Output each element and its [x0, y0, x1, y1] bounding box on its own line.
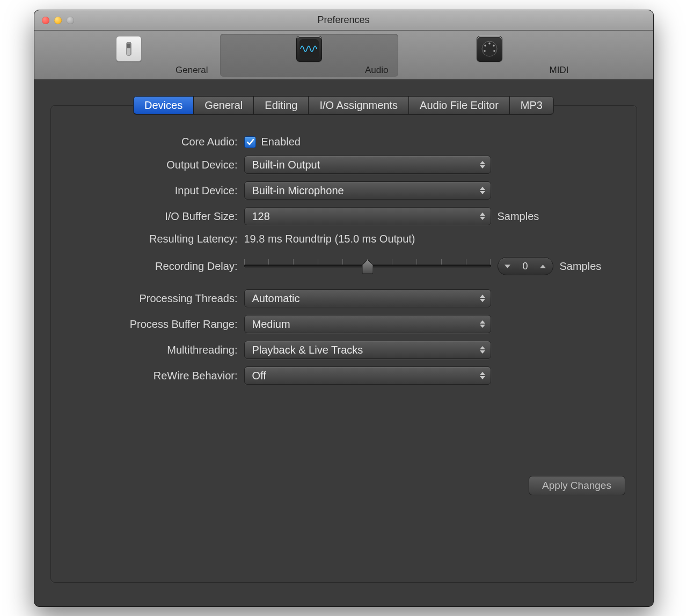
resulting-latency-value: 19.8 ms Roundtrip (15.0 ms Output) — [244, 233, 415, 245]
tab-mp3[interactable]: MP3 — [509, 96, 554, 114]
multithreading-value: Playback & Live Tracks — [252, 344, 363, 356]
tab-editing[interactable]: Editing — [253, 96, 308, 114]
tab-devices[interactable]: Devices — [133, 96, 193, 114]
toolbar-item-general[interactable]: General — [40, 34, 218, 77]
core-audio-label: Core Audio: — [72, 136, 244, 148]
svg-point-4 — [488, 42, 491, 45]
rewire-behavior-select[interactable]: Off — [244, 366, 491, 385]
toolbar-item-label: General — [43, 65, 215, 76]
slider-track — [244, 265, 491, 268]
midi-icon — [477, 36, 502, 62]
slider-ticks — [244, 259, 491, 265]
process-buffer-range-value: Medium — [252, 318, 290, 331]
io-buffer-size-select[interactable]: 128 — [244, 207, 491, 225]
toolbar-item-audio[interactable]: Audio — [220, 34, 398, 77]
preferences-body: Devices General Editing I/O Assignments … — [34, 80, 653, 593]
output-device-label: Output Device: — [72, 159, 244, 171]
stepper-arrows-icon — [480, 372, 485, 379]
titlebar: Preferences — [34, 10, 653, 31]
svg-rect-2 — [299, 39, 319, 58]
toolbar-item-midi[interactable]: MIDI — [400, 34, 579, 77]
rewire-behavior-label: ReWire Behavior: — [72, 370, 244, 382]
resulting-latency-label: Resulting Latency: — [72, 233, 244, 245]
stepper-up-icon[interactable] — [540, 263, 546, 269]
apply-changes-button[interactable]: Apply Changes — [529, 476, 625, 495]
processing-threads-select[interactable]: Automatic — [244, 289, 491, 307]
io-buffer-size-value: 128 — [252, 210, 270, 223]
stepper-arrows-icon — [480, 295, 485, 302]
sub-tab-bar: Devices General Editing I/O Assignments … — [133, 96, 554, 114]
rewire-behavior-value: Off — [252, 370, 266, 382]
audio-icon — [296, 36, 322, 62]
stepper-arrows-icon — [480, 161, 485, 168]
stepper-arrows-icon — [480, 346, 485, 354]
svg-point-8 — [493, 50, 495, 52]
multithreading-label: Multithreading: — [72, 344, 244, 356]
output-device-value: Built-in Output — [252, 159, 320, 171]
processing-threads-label: Processing Threads: — [72, 292, 244, 305]
core-audio-checkbox[interactable] — [244, 136, 256, 148]
stepper-arrows-icon — [480, 187, 485, 194]
multithreading-select[interactable]: Playback & Live Tracks — [244, 341, 491, 359]
svg-point-5 — [484, 45, 486, 47]
toolbar-item-display[interactable]: Display — [581, 34, 654, 77]
recording-delay-value: 0 — [522, 261, 528, 272]
traffic-lights — [42, 17, 74, 24]
general-icon — [116, 36, 142, 62]
preferences-window: Preferences General Audio MIDI Display — [34, 10, 654, 607]
svg-point-6 — [493, 45, 495, 47]
processing-threads-value: Automatic — [252, 292, 300, 305]
stepper-arrows-icon — [480, 320, 485, 328]
stepper-down-icon[interactable] — [505, 263, 510, 269]
svg-rect-1 — [127, 43, 130, 48]
recording-delay-slider[interactable] — [244, 257, 491, 275]
stepper-arrows-icon — [480, 212, 485, 220]
process-buffer-range-select[interactable]: Medium — [244, 315, 491, 333]
toolbar-item-label: MIDI — [404, 65, 575, 76]
tab-audio-file-editor[interactable]: Audio File Editor — [408, 96, 509, 114]
minimize-window-button[interactable] — [54, 17, 62, 24]
recording-delay-unit: Samples — [560, 260, 602, 273]
close-window-button[interactable] — [42, 17, 49, 24]
tab-io-assignments[interactable]: I/O Assignments — [308, 96, 408, 114]
io-buffer-size-label: I/O Buffer Size: — [72, 210, 244, 223]
check-icon — [246, 138, 254, 146]
window-title: Preferences — [34, 14, 653, 26]
process-buffer-range-label: Process Buffer Range: — [72, 318, 244, 331]
input-device-label: Input Device: — [72, 185, 244, 197]
devices-group: Core Audio: Enabled Output Device: Built… — [50, 105, 637, 583]
recording-delay-label: Recording Delay: — [72, 260, 244, 273]
tab-general[interactable]: General — [193, 96, 253, 114]
toolbar: General Audio MIDI Display Score — [34, 31, 653, 80]
recording-delay-stepper[interactable]: 0 — [498, 257, 553, 275]
core-audio-checkbox-label: Enabled — [261, 136, 301, 148]
toolbar-item-label: Audio — [223, 65, 395, 76]
output-device-select[interactable]: Built-in Output — [244, 156, 491, 174]
io-buffer-size-unit: Samples — [498, 210, 539, 223]
input-device-value: Built-in Microphone — [252, 185, 344, 197]
toolbar-item-label: Display — [584, 65, 654, 76]
input-device-select[interactable]: Built-in Microphone — [244, 181, 491, 200]
svg-point-7 — [484, 50, 486, 52]
zoom-window-button[interactable] — [67, 17, 74, 24]
